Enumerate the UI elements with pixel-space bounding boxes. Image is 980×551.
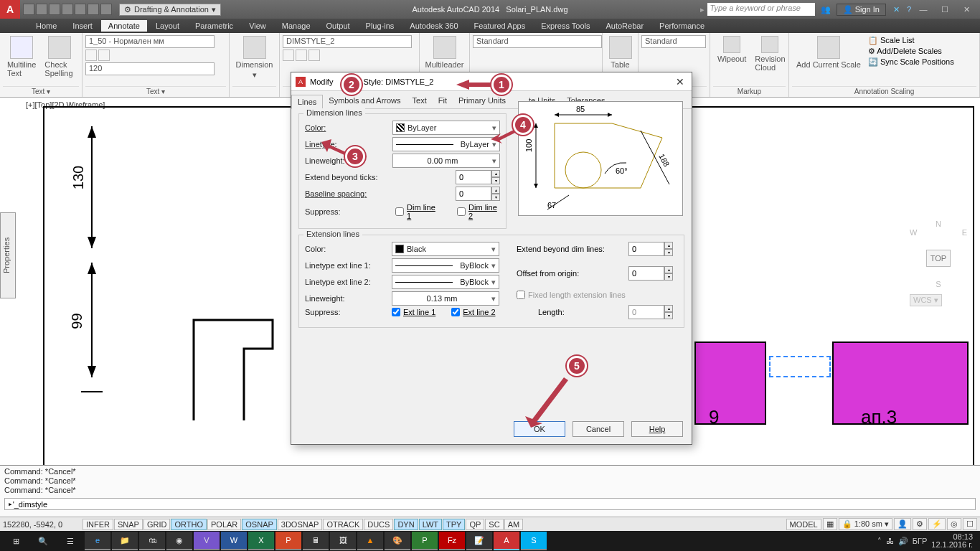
workspace-dropdown[interactable]: ⚙ Drafting & Annotation ▾ [119, 4, 221, 16]
workspace-switching-icon[interactable]: ⚙ [913, 518, 927, 530]
help-icon[interactable]: ? [907, 5, 911, 14]
cancel-button[interactable]: Cancel [573, 421, 624, 437]
check-spelling-button[interactable]: Check Spelling [40, 34, 79, 79]
tab-featured[interactable]: Featured Apps [467, 20, 533, 32]
extline1-linetype-dropdown[interactable]: ByBlock▾ [392, 258, 499, 273]
dialog-close-button[interactable]: ✕ [673, 76, 687, 88]
toggle-ortho[interactable]: ORTHO [171, 519, 207, 530]
calculator-icon[interactable]: 🖩 [303, 532, 329, 550]
chrome-icon[interactable]: ◉ [166, 532, 192, 550]
tab-performance[interactable]: Performance [652, 20, 712, 32]
tab-view[interactable]: View [242, 20, 273, 32]
suppress-dimline1-checkbox[interactable]: Dim line 1 [395, 203, 438, 220]
viewcube-top[interactable]: TOP [926, 250, 951, 267]
find-icon[interactable] [85, 50, 97, 61]
qat-plot-icon[interactable] [88, 4, 99, 15]
text-style-dropdown[interactable]: 1_50 - Нормален мм [85, 35, 215, 48]
infocenter-icon[interactable]: 👥 [818, 5, 834, 14]
exchange-icon[interactable]: ✕ [889, 5, 904, 14]
tab-plugins[interactable]: Plug-ins [359, 20, 402, 32]
tab-insert[interactable]: Insert [65, 20, 100, 32]
tab-fit[interactable]: Fit [433, 94, 453, 108]
notepad-icon[interactable]: 📝 [466, 532, 492, 550]
isolate-objects-icon[interactable]: ◎ [947, 518, 961, 530]
excel-icon[interactable]: X [248, 532, 274, 550]
toggle-infer[interactable]: INFER [83, 519, 113, 530]
tab-home[interactable]: Home [29, 20, 64, 32]
search-icon[interactable]: 🔍 [30, 532, 56, 550]
powerpoint-icon[interactable]: P [275, 532, 301, 550]
toggle-osnap[interactable]: OSNAP [242, 519, 277, 530]
table-button[interactable]: Table [606, 34, 635, 70]
tab-text[interactable]: Text [407, 94, 433, 108]
toggle-snap[interactable]: SNAP [114, 519, 143, 530]
toggle-dyn[interactable]: DYN [394, 519, 418, 530]
dimline-lineweight-dropdown[interactable]: 0.00 mm▾ [392, 154, 500, 168]
system-tray[interactable]: ˄ 🖧 🔊 БГР 08:1312.1.2016 г. [877, 533, 977, 549]
revcloud-button[interactable]: Revision Cloud [750, 34, 789, 73]
help-search-input[interactable]: Type a keyword or phrase [707, 3, 815, 16]
minimize-button[interactable]: — [914, 2, 933, 17]
length-spinner[interactable]: 0 [628, 305, 664, 319]
spinner-buttons[interactable]: ▴▾ [664, 305, 673, 319]
extline-lineweight-dropdown[interactable]: 0.13 mm▾ [392, 291, 499, 306]
multiline-text-button[interactable]: Multiline Text [3, 34, 40, 79]
paint-icon[interactable]: 🎨 [385, 532, 410, 550]
tab-lines[interactable]: Lines [291, 95, 323, 109]
tab-a360[interactable]: Autodesk 360 [402, 20, 465, 32]
suppress-dimline2-checkbox[interactable]: Dim line 2 [457, 203, 500, 220]
dimline-linetype-dropdown[interactable]: ByLayer▾ [392, 137, 500, 151]
spinner-buttons[interactable]: ▴▾ [664, 242, 673, 256]
sync-scales-button[interactable]: 🔄 Sync Scale Positions [868, 57, 954, 67]
explorer-icon[interactable]: 📁 [112, 532, 138, 550]
annotation-visibility-icon[interactable]: 👤 [894, 518, 911, 530]
vlc-icon[interactable]: ▲ [357, 532, 383, 550]
dimension-button[interactable]: Dimension ▾ [232, 34, 276, 81]
multileader-button[interactable]: Multileader [423, 34, 466, 70]
wcs-dropdown[interactable]: WCS ▾ [910, 294, 942, 306]
toggle-polar[interactable]: POLAR [207, 519, 241, 530]
panel-text-title[interactable]: Text ▾ [3, 86, 79, 95]
scale-list-button[interactable]: 📋 Scale List [868, 36, 954, 45]
model-space-button[interactable]: MODEL [786, 519, 821, 530]
dim-tool2-icon[interactable] [296, 50, 307, 61]
language-indicator[interactable]: БГР [913, 537, 928, 545]
tab-output[interactable]: Output [319, 20, 357, 32]
toggle-lwt[interactable]: LWT [419, 519, 442, 530]
extline-color-dropdown[interactable]: Black▾ [392, 242, 499, 256]
tab-symbols[interactable]: Symbols and Arrows [323, 94, 406, 108]
dim-tool3-icon[interactable] [308, 50, 320, 61]
help-button[interactable]: Help [631, 421, 683, 437]
suppress-extline2-checkbox[interactable]: Ext line 2 [451, 308, 495, 316]
network-icon[interactable]: 🖧 [886, 537, 894, 545]
qat-redo-icon[interactable] [75, 4, 86, 15]
photos-icon[interactable]: 🖼 [330, 532, 356, 550]
qat-open-icon[interactable] [36, 4, 47, 15]
toggle-am[interactable]: AM [504, 519, 524, 530]
fixed-length-checkbox[interactable]: Fixed length extension lines [517, 291, 626, 299]
add-scale-button[interactable]: Add Current Scale [792, 34, 865, 70]
tab-layout[interactable]: Layout [149, 20, 187, 32]
qat-undo-icon[interactable] [62, 4, 73, 15]
text-height-dropdown[interactable]: 120 [85, 62, 215, 75]
volume-icon[interactable]: 🔊 [898, 537, 908, 546]
leader-style-dropdown[interactable]: Standard [473, 35, 602, 48]
project-icon[interactable]: P [412, 532, 438, 550]
start-button[interactable]: ⊞ [3, 532, 29, 550]
toggle-tpy[interactable]: TPY [443, 519, 465, 530]
spinner-buttons[interactable]: ▴▾ [491, 187, 500, 201]
annotation-scale-dropdown[interactable]: 🔒 1:80 sm ▾ [839, 518, 892, 530]
tab-annotate[interactable]: Annotate [101, 20, 147, 32]
app-menu-icon[interactable]: A [0, 0, 20, 19]
toggle-qp[interactable]: QP [466, 519, 484, 530]
qat-new-icon[interactable] [23, 4, 34, 15]
maximize-button[interactable]: ☐ [936, 2, 954, 17]
command-input[interactable]: ▸ '_dimstyle [4, 498, 976, 510]
panel-text-title2[interactable]: Text ▾ [85, 86, 226, 95]
text-height-icon[interactable] [98, 50, 110, 61]
task-view-icon[interactable]: ☰ [57, 532, 83, 550]
offset-spinner[interactable]: 0 [628, 266, 664, 281]
viber-icon[interactable]: V [194, 532, 220, 550]
skype-icon[interactable]: S [521, 532, 547, 550]
add-delete-scales-button[interactable]: ⚙ Add/Delete Scales [868, 47, 954, 56]
